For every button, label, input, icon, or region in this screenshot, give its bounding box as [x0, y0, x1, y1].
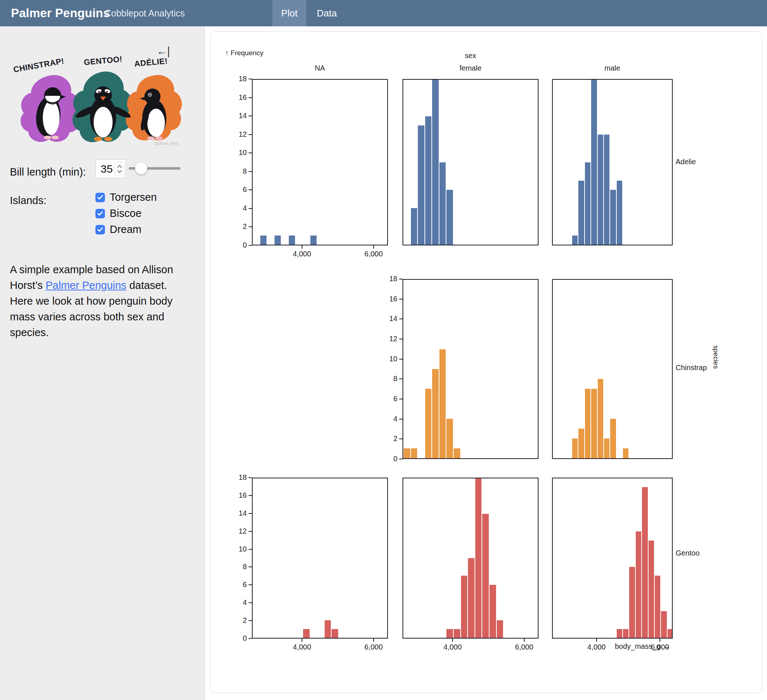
- bill-length-field[interactable]: [96, 160, 115, 178]
- x-axis-tick-label: 6,000: [355, 643, 392, 651]
- sidebar: ←|: [0, 26, 205, 700]
- y-axis-title: ↑ Frequency: [225, 49, 264, 57]
- y-axis-tick: [248, 153, 252, 153]
- histogram-bar: [446, 629, 453, 638]
- x-axis-tick-label: 4,000: [578, 643, 615, 651]
- y-axis-tick-label: 6: [379, 395, 398, 403]
- y-axis-tick: [399, 299, 403, 300]
- y-axis-tick-label: 14: [379, 314, 398, 323]
- facet-gentoo-female: [403, 478, 538, 639]
- y-axis-tick-label: 8: [229, 563, 247, 571]
- x-axis-tick-label: 6,000: [506, 643, 543, 651]
- y-axis-tick-label: 12: [229, 130, 247, 139]
- histogram-bar: [439, 163, 446, 245]
- facet-row-label-chinstrap: Chinstrap: [676, 364, 707, 372]
- y-axis-tick: [248, 477, 252, 478]
- histogram-bar: [418, 126, 425, 245]
- y-axis-tick-label: 14: [229, 112, 247, 120]
- adelie-art-label: ADÉLIE!: [134, 56, 168, 69]
- histogram-bar: [636, 531, 641, 638]
- histogram-bar: [332, 629, 338, 638]
- facet-adelie-na: [252, 79, 388, 246]
- histogram-bar: [289, 236, 295, 245]
- y-axis-tick: [248, 602, 252, 603]
- checkbox-torgersen[interactable]: Torgersen: [95, 191, 157, 203]
- checked-checkbox-icon[interactable]: [95, 209, 105, 218]
- histogram-bar: [482, 514, 489, 638]
- checkbox-dream[interactable]: Dream: [95, 223, 142, 236]
- app-title: Palmer Penguins: [11, 6, 110, 20]
- facet-column-title: sex: [465, 51, 476, 60]
- histogram-bar: [490, 585, 496, 638]
- islands-label: Islands:: [10, 195, 46, 207]
- y-axis-tick-label: 4: [229, 598, 247, 607]
- y-axis-tick: [399, 279, 403, 279]
- palmer-penguins-link[interactable]: Palmer Penguins: [46, 279, 126, 291]
- plot-card: ↑ Frequency sex NA female male Adelie Ch…: [210, 31, 762, 693]
- y-axis-tick: [248, 79, 252, 79]
- y-axis-tick-label: 16: [229, 93, 247, 102]
- checkbox-biscoe[interactable]: Biscoe: [95, 207, 142, 219]
- bill-length-slider-thumb[interactable]: [135, 162, 147, 174]
- checkbox-label: Biscoe: [110, 207, 142, 219]
- facet-chinstrap-female: [403, 279, 538, 459]
- facet-row-label-gentoo: Gentoo: [676, 549, 700, 557]
- checked-checkbox-icon[interactable]: [95, 193, 105, 202]
- histogram-bar: [610, 419, 616, 458]
- gentoo-art-label: GENTOO!: [83, 54, 123, 67]
- histogram-bar: [454, 629, 460, 638]
- checkbox-label: Dream: [110, 223, 142, 236]
- histogram-bar: [572, 438, 578, 458]
- y-axis-tick-label: 18: [229, 75, 247, 83]
- x-axis-tick: [596, 639, 597, 642]
- tab-plot[interactable]: Plot: [272, 0, 306, 26]
- bill-length-slider[interactable]: [129, 162, 181, 174]
- y-axis-tick: [399, 359, 403, 359]
- y-axis-tick: [399, 419, 403, 419]
- bill-length-stepper[interactable]: [115, 162, 124, 176]
- histogram-bar: [425, 389, 432, 458]
- histogram-bar: [310, 236, 317, 245]
- facet-column-label-na: NA: [315, 64, 325, 72]
- histogram-bar: [425, 116, 432, 245]
- y-axis-tick-label: 12: [379, 335, 398, 343]
- checked-checkbox-icon[interactable]: [95, 225, 105, 234]
- histogram-bar: [446, 419, 453, 458]
- histogram-bar: [598, 379, 603, 458]
- checkbox-label: Torgersen: [110, 191, 157, 203]
- stepper-arrows-icon: [117, 164, 122, 174]
- tab-data[interactable]: Data: [306, 0, 347, 26]
- histogram-bar: [591, 80, 597, 245]
- y-axis-tick-label: 0: [379, 454, 398, 463]
- y-axis-tick-label: 0: [229, 634, 247, 643]
- histogram-bar: [275, 236, 281, 245]
- histogram-bar: [655, 576, 660, 638]
- y-axis-tick: [248, 190, 252, 190]
- x-axis-tick: [302, 246, 302, 249]
- bill-length-label: Bill length (min):: [10, 166, 86, 178]
- facet-row-title: species: [712, 345, 720, 369]
- y-axis-tick: [399, 378, 403, 379]
- y-axis-tick-label: 16: [229, 491, 247, 499]
- y-axis-tick: [248, 513, 252, 514]
- y-axis-tick: [399, 399, 403, 399]
- facet-chinstrap-male: [552, 279, 673, 459]
- y-axis-tick: [248, 97, 252, 98]
- y-axis-tick: [248, 116, 252, 116]
- histogram-bar: [585, 389, 590, 458]
- y-axis-tick-label: 18: [379, 275, 398, 283]
- histogram-bar: [578, 181, 584, 245]
- histogram-bar: [617, 181, 622, 245]
- y-axis-tick-label: 16: [379, 295, 398, 303]
- facet-column-label-male: male: [604, 64, 620, 72]
- y-axis-tick-label: 2: [379, 434, 398, 443]
- x-axis-tick: [452, 639, 453, 642]
- y-axis-tick: [399, 459, 403, 459]
- facet-row-label-adelie: Adelie: [676, 158, 696, 166]
- histogram-bar: [623, 448, 629, 458]
- x-axis-tick-label: 6,000: [355, 250, 392, 258]
- histogram-bar: [475, 478, 482, 638]
- histogram-bar: [439, 349, 446, 458]
- y-axis-tick-label: 18: [229, 473, 247, 482]
- histogram-bar: [598, 135, 603, 245]
